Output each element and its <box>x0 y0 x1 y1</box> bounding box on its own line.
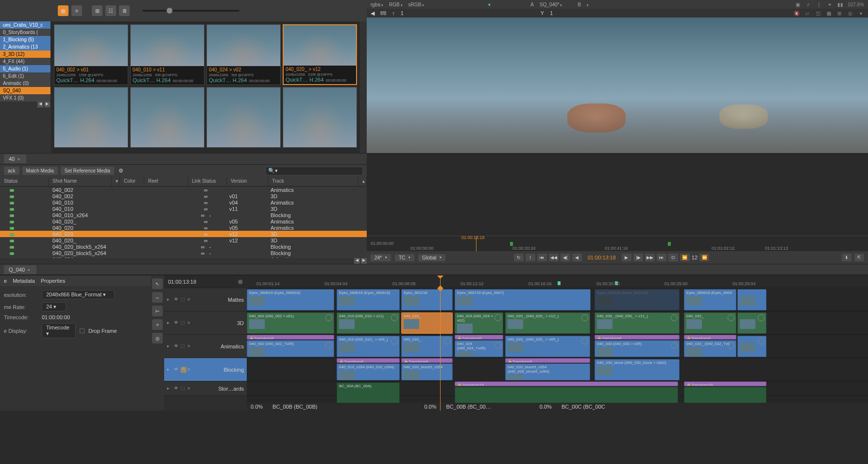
wand-tool-icon[interactable]: ✧ <box>152 319 163 330</box>
timeline-clip[interactable]: 040_032_ <box>684 312 736 334</box>
track-animatics[interactable]: 🔒Transform6040_002 (040_002_Tv05)040_010… <box>247 335 868 358</box>
eye-icon[interactable]: 👁 <box>174 297 180 303</box>
sync-icon[interactable]: ≡ <box>187 344 193 349</box>
scroll-right-icon[interactable]: ▶ <box>44 102 50 107</box>
col-status[interactable]: Status <box>0 177 49 186</box>
timeline-clip[interactable]: 040_030_block (040_030_block > v002) <box>595 359 680 380</box>
view-compact-icon[interactable]: ≣ <box>119 5 130 16</box>
eye-icon[interactable]: 👁 <box>174 344 180 349</box>
tab-e[interactable]: e <box>4 278 7 284</box>
timeline-clip[interactable]: Eyes_060918 (Eyes_0609 <box>684 289 736 310</box>
transform-clip[interactable]: 🔒Transform6 <box>684 335 736 340</box>
pointer-tool-icon[interactable]: ↖ <box>152 278 163 289</box>
lock-icon[interactable]: ⬚ <box>181 386 187 392</box>
move-tool-icon[interactable]: ↔ <box>152 292 163 303</box>
folder-item[interactable]: 3_3D (12) <box>0 51 51 58</box>
view-detail-icon[interactable]: ☷ <box>105 5 116 16</box>
in-point-button[interactable]: I <box>526 254 535 261</box>
layout-icon[interactable]: ▣ <box>794 1 801 8</box>
track-story[interactable]: BC_00A (BC_00A)🔒Transform19🔒Transform20 <box>247 381 868 396</box>
folder-item[interactable]: 0_StoryBoards ( <box>0 29 51 36</box>
view-grid-icon[interactable]: ⊞ <box>92 5 102 16</box>
timeline-clip[interactable]: 040_024 (040_024 > v02) <box>455 312 503 334</box>
tool2-icon[interactable]: ◫ <box>815 10 821 17</box>
timeline-clip[interactable]: 040_030 (040_030 > v05) <box>595 340 680 357</box>
up-arrow-icon[interactable]: ↑ <box>392 10 395 16</box>
lock-icon[interactable]: ⬚ <box>181 297 187 303</box>
set-reference-button[interactable]: Set Reference Media <box>61 167 114 175</box>
timeline-clip[interactable] <box>737 336 766 357</box>
timeline-clip[interactable]: Eyes_060618 (Eyes_060618) <box>247 289 334 310</box>
match-media-button[interactable]: Match Media <box>22 167 58 175</box>
rgba-dropdown[interactable]: rgba <box>371 2 383 7</box>
marker-icon[interactable] <box>668 242 671 246</box>
globe-icon[interactable]: ◎ <box>152 333 163 344</box>
table-row[interactable]: OK040_010_x264∞ -Blocking <box>0 212 367 218</box>
clip-thumbnail[interactable]: 040_024 > v022048x1058 90f @24FPSQuickT…… <box>206 24 281 85</box>
gear-icon[interactable]: ⚙ <box>117 167 125 175</box>
timeline-clip[interactable]: 040_010_x264 (040_010_x264) <box>337 363 400 380</box>
dropframe-checkbox[interactable] <box>80 328 85 333</box>
hscroll-left-icon[interactable]: ◀ <box>354 258 360 264</box>
timeline-clip[interactable]: 040_002 (040_002 > v01) <box>247 312 334 334</box>
resolution-dropdown[interactable]: 2048x866 Blue_Format ▾ <box>42 290 115 299</box>
timeline-ruler[interactable]: 01:00:13:18 01:00:01:1401:00:04:0401:00:… <box>247 275 868 288</box>
folder-item[interactable]: Animatic (0) <box>0 80 51 87</box>
track-t3d[interactable]: 040_002 (040_002 > v01)040_010 (040_010 … <box>247 311 868 335</box>
table-row[interactable]: OK040_020_block5_x264∞ -Blocking <box>0 250 367 256</box>
track-blocking[interactable]: 🔒Transform6040_010_x264 (040_010_x264)🔒T… <box>247 358 868 381</box>
table-row[interactable]: OK040_002∞v013D <box>0 193 367 199</box>
timeline-clip[interactable]: 040_002 (040_002_Tv05) <box>247 340 334 357</box>
prev-arrow-icon[interactable]: ◀ <box>371 10 374 17</box>
col-shot[interactable]: Shot Name <box>49 177 112 186</box>
clip-thumbnail[interactable] <box>283 87 357 148</box>
transform-clip[interactable]: 🔒Transform6 <box>247 335 334 340</box>
stripes-icon[interactable]: ⫽ <box>805 1 812 8</box>
sync-icon[interactable]: ≡ <box>187 297 193 303</box>
view-grid-large-icon[interactable]: ▦ <box>58 5 68 16</box>
timeline-clip[interactable]: Eyes_061018 (Eyes_061018) <box>595 289 680 310</box>
col-link[interactable]: Link Status <box>188 177 227 186</box>
table-row[interactable]: OK040_010∞v113D <box>0 206 367 212</box>
timeline-zoom-icon[interactable]: ◎ <box>238 278 243 285</box>
tool6-icon[interactable]: ▾ <box>857 10 864 17</box>
timeline-clip[interactable]: 040_020_ (040_020_ > v12_) <box>505 312 590 334</box>
lock-icon[interactable]: ⬚ <box>181 320 187 326</box>
step-back-icon[interactable]: ◀| <box>561 254 570 261</box>
slice-tool-icon[interactable]: ⊢ <box>152 306 163 316</box>
current-tc[interactable]: 01:00:13:18 <box>584 255 620 260</box>
track-label-mattes[interactable]: ▸👁⬚≡Mattes <box>164 288 247 311</box>
track-label-storyboards[interactable]: ▸👁⬚≡Stor…ards <box>164 381 247 396</box>
mute-icon[interactable]: 🔇 <box>793 10 800 17</box>
step-fwd-icon[interactable]: |▶ <box>633 254 643 261</box>
col-sort-icon[interactable]: ▾ <box>112 177 120 186</box>
folder-item[interactable]: 5_Audio (1) <box>0 65 51 72</box>
folder-item[interactable]: 2_Animatics (13 <box>0 43 51 51</box>
timeline-clip[interactable] <box>737 312 766 334</box>
track-label-blocking[interactable]: ▸👁🔒≡Blocking <box>164 358 247 381</box>
tool4-icon[interactable]: ⊞ <box>836 10 843 17</box>
viewer-timeline-ruler[interactable]: 01:00:00:00 01:00:13:18 01:00:00:00 01:0… <box>367 236 868 251</box>
transform-clip[interactable]: 🔒Transform6 <box>595 335 680 340</box>
prev-clip-icon[interactable]: ◀◀ <box>549 254 559 261</box>
table-row[interactable]: OK040_020_∞v05Animatics <box>0 218 367 224</box>
goto-start-icon[interactable]: ⏮ <box>537 254 547 261</box>
download-icon[interactable]: ⬇ <box>842 254 851 261</box>
folder-item[interactable]: 1_Blocking (5) <box>0 36 51 43</box>
timeline-clip[interactable]: 040_024 (040_024_Tv05) <box>455 340 503 357</box>
lock-icon[interactable]: 🔒 <box>181 367 187 373</box>
transform-clip[interactable]: 🔒Transform20 <box>684 381 766 386</box>
settings-icon[interactable]: ✦ <box>826 1 833 8</box>
sequence-tab[interactable]: 40 × <box>4 155 26 163</box>
timeline-clip[interactable] <box>455 387 678 404</box>
play-reverse-icon[interactable]: ◀ <box>572 254 582 261</box>
track-label-3d[interactable]: ▸👁⬚≡3D <box>164 311 247 335</box>
expand-icon[interactable]: ▸ <box>167 367 173 373</box>
export-icon[interactable]: ⇱ <box>854 254 864 261</box>
refresh-icon[interactable]: ↻ <box>514 254 524 261</box>
next-clip-icon[interactable]: ▶▶ <box>645 254 655 261</box>
transform-clip[interactable]: 🔒Transform6 <box>401 358 453 363</box>
hscroll-right-icon[interactable]: ▶ <box>361 258 367 264</box>
table-row[interactable]: OK040_020_∞v123D <box>0 237 367 243</box>
marker-icon[interactable] <box>558 281 561 285</box>
